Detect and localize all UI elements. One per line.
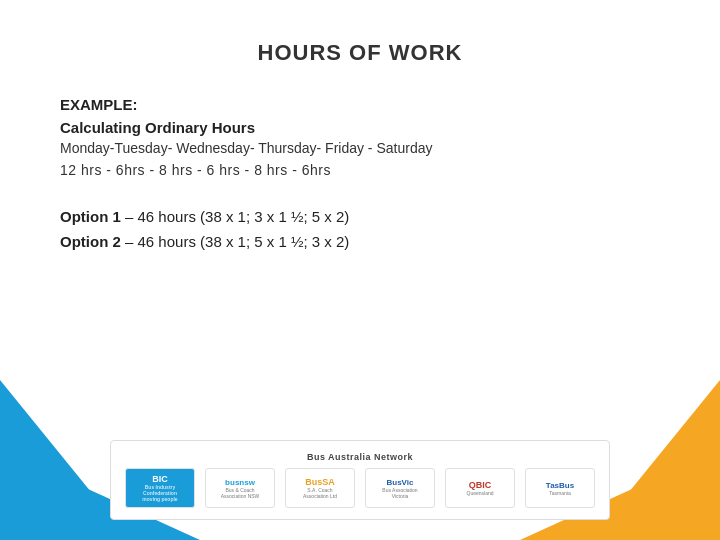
logo-busnsw-main: busnsw xyxy=(225,478,255,487)
section-heading: Calculating Ordinary Hours xyxy=(60,119,660,136)
logo-busvic: BusVic Bus AssociationVictoria xyxy=(365,468,435,508)
logo-bar-title: Bus Australia Network xyxy=(307,452,413,462)
logo-bic-sub: Bus Industry Confederationmoving people xyxy=(128,484,192,502)
logo-bussd-main: BusSA xyxy=(305,477,335,487)
logo-tasbus-main: TasBus xyxy=(546,481,574,490)
example-label: EXAMPLE: xyxy=(60,96,660,113)
option2-label: Option 2 xyxy=(60,233,121,250)
logo-qbic-main: QBIC xyxy=(469,480,492,490)
bottom-decoration: Bus Australia Network BIC Bus Industry C… xyxy=(0,380,720,540)
logo-bussd: BusSA S.A. CoachAssociation Ltd xyxy=(285,468,355,508)
option1-label: Option 1 xyxy=(60,208,121,225)
logo-busnsw-sub: Bus & CoachAssociation NSW xyxy=(221,487,260,499)
logo-row: BIC Bus Industry Confederationmoving peo… xyxy=(125,468,595,508)
logo-bar: Bus Australia Network BIC Bus Industry C… xyxy=(110,440,610,520)
logo-tasbus-sub: Tasmania xyxy=(549,490,570,496)
days-row: Monday-Tuesday- Wednesday- Thursday- Fri… xyxy=(60,140,660,156)
logo-bussd-sub: S.A. CoachAssociation Ltd xyxy=(303,487,337,499)
logo-busnsw: busnsw Bus & CoachAssociation NSW xyxy=(205,468,275,508)
option2-line: Option 2 – 46 hours (38 x 1; 5 x 1 ½; 3 … xyxy=(60,233,660,250)
logo-qbic-sub: Queensland xyxy=(467,490,494,496)
main-content: HOURS OF WORK EXAMPLE: Calculating Ordin… xyxy=(0,0,720,278)
logo-busvic-main: BusVic xyxy=(387,478,414,487)
page-title: HOURS OF WORK xyxy=(60,40,660,66)
option2-detail: 46 hours (38 x 1; 5 x 1 ½; 3 x 2) xyxy=(138,233,350,250)
option1-detail: 46 hours (38 x 1; 3 x 1 ½; 5 x 2) xyxy=(138,208,350,225)
logo-bic-main: BIC xyxy=(152,474,168,484)
logo-busvic-sub: Bus AssociationVictoria xyxy=(382,487,417,499)
logo-tasbus: TasBus Tasmania xyxy=(525,468,595,508)
logo-qbic: QBIC Queensland xyxy=(445,468,515,508)
option1-line: Option 1 – 46 hours (38 x 1; 3 x 1 ½; 5 … xyxy=(60,208,660,225)
option2-separator: – xyxy=(121,233,138,250)
option1-separator: – xyxy=(121,208,138,225)
logo-bic: BIC Bus Industry Confederationmoving peo… xyxy=(125,468,195,508)
hours-row: 12 hrs - 6hrs - 8 hrs - 6 hrs - 8 hrs - … xyxy=(60,162,660,178)
